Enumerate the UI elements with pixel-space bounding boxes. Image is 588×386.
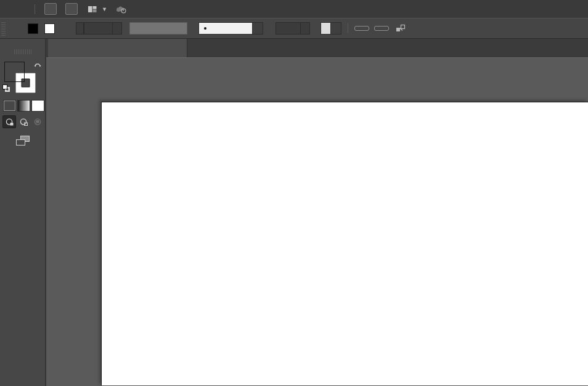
workspace-chevron-icon[interactable]: ▼ [99,6,110,12]
brush-chevron-icon[interactable] [253,22,263,35]
fill-color-dropdown[interactable] [28,23,43,34]
fill-stroke-widget [0,60,46,99]
document-tab[interactable] [48,39,187,57]
variable-width-profile-select [129,22,187,35]
color-button[interactable] [3,100,16,112]
tab-bar [46,39,588,57]
default-fill-stroke-icon[interactable] [2,84,11,93]
preferences-button[interactable] [374,26,389,31]
none-button[interactable] [31,100,44,112]
brush-definition-dropdown[interactable] [198,22,263,35]
swap-fill-stroke-icon[interactable] [33,60,43,70]
tools-panel-grip[interactable] [14,49,31,54]
style-chevron-icon[interactable] [331,22,341,35]
drawing-modes-row [0,115,45,128]
opacity-field[interactable] [276,22,310,35]
artwork [102,102,588,386]
stroke-weight-stepper[interactable] [76,22,84,35]
draw-inside-button [31,115,44,128]
stock-button[interactable] [65,3,78,15]
menu-separator [35,4,35,14]
style-swatch[interactable] [321,22,331,35]
creative-cloud-sync-icon[interactable] [115,4,129,14]
change-screen-mode-button[interactable] [12,133,33,148]
stroke-color-dropdown[interactable] [44,23,60,34]
control-bar [0,18,588,39]
menu-bar: ▼ [0,0,588,18]
tools-panel [0,39,46,386]
workspace-switcher-icon[interactable] [88,5,97,14]
brush-dot-icon [204,27,206,30]
opacity-flyout-icon[interactable] [300,23,309,34]
control-bar-grip[interactable] [1,21,6,36]
menu-bar-right: ▼ [30,3,131,15]
illustrator-window: ▼ [0,0,588,386]
draw-normal-button[interactable] [2,115,16,128]
gradient-button[interactable] [17,100,30,112]
tools-collapse-button[interactable] [0,39,45,48]
canvas-pasteboard[interactable] [46,57,588,386]
brush-preview-field[interactable] [198,22,253,35]
document-setup-button[interactable] [354,26,369,31]
fill-color-swatch[interactable] [28,23,38,34]
color-mode-row [0,100,45,112]
control-separator [348,23,348,33]
style-dropdown[interactable] [321,22,341,35]
artboard[interactable] [101,102,588,385]
document-area [46,39,588,386]
control-panel-menu-icon[interactable] [395,23,406,33]
stroke-weight-select[interactable] [84,22,122,35]
bridge-button[interactable] [44,3,57,15]
draw-behind-button[interactable] [17,115,30,128]
main-area [0,39,588,386]
fill-swatch[interactable] [4,62,25,82]
stroke-color-swatch[interactable] [44,23,55,34]
stroke-weight-chevron-icon[interactable] [112,23,121,34]
